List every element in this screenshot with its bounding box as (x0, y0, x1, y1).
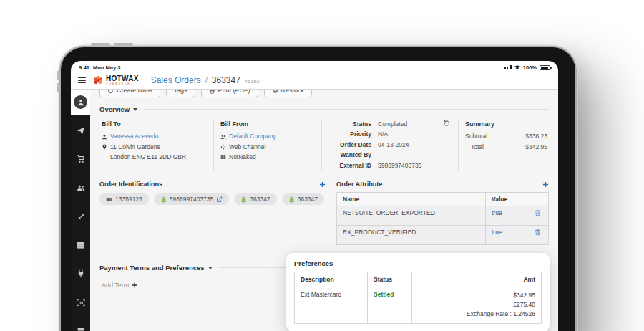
table-row: Ext Mastercard Settled $342.95 £275.40 E… (295, 287, 542, 324)
bill-from-company-link[interactable]: Default Company (229, 131, 276, 141)
priority-label: Priority (328, 129, 371, 139)
sidebar-item-orders[interactable] (77, 126, 85, 135)
sidebar-item-customers[interactable] (77, 183, 85, 192)
preferences-title: Preferences (294, 259, 542, 267)
print-pdf-button[interactable]: Print (PDF) (201, 90, 258, 97)
person-icon (102, 134, 107, 140)
breadcrumb-separator: / (205, 76, 208, 85)
table-row: NETSUITE_ORDER_EXPORTED true (337, 206, 549, 226)
barcode-scan-icon (77, 299, 85, 307)
vertical-divider (213, 119, 214, 171)
pref-amount-usd: $342.95 (418, 291, 535, 300)
cellular-signal-icon (504, 65, 511, 70)
menu-hamburger-icon[interactable] (78, 77, 86, 84)
vertical-divider (321, 119, 322, 171)
sidebar-item-table[interactable] (77, 241, 85, 249)
order-details-block: StatusCompleted PriorityN/A Order Date04… (328, 119, 452, 171)
identification-chips: 13359125 5986997403735 363347 (99, 193, 326, 205)
preferences-popup: Preferences Description Status Amt Ext M… (286, 253, 550, 331)
pref-col-status: Status (368, 272, 412, 287)
status-time: 9:41 (79, 64, 89, 71)
order-identifications-title: Order Identifications (99, 181, 162, 188)
tablet-screen: 9:41 Mon May 3 100% (71, 61, 558, 331)
breadcrumb-sales-orders[interactable]: Sales Orders (151, 75, 201, 85)
app-header: HOTWAX COMMERCE Sales Orders / 363347 46… (71, 72, 558, 90)
brand-name: HOTWAX (106, 75, 139, 82)
pref-header-row: Description Status Amt (295, 272, 542, 287)
sidebar-item-brush[interactable] (77, 212, 85, 221)
attr-name: RX_PRODUCT_VERIFIED (337, 226, 486, 245)
sidebar-item-archive[interactable] (77, 327, 85, 331)
brand-subtitle: COMMERCE (106, 83, 139, 86)
payment-title: Payment Terms and Preferences (99, 264, 205, 272)
pref-amount-gbp: £275.40 (418, 300, 535, 310)
chevron-down-icon (133, 108, 137, 111)
order-date-label: Order Date (328, 140, 371, 150)
attr-value: true (486, 206, 527, 226)
wifi-icon (514, 64, 521, 70)
attr-value: true (486, 226, 527, 245)
wanted-by-value: - (378, 150, 380, 160)
page-background: 9:41 Mon May 3 100% (0, 0, 644, 331)
user-avatar[interactable] (74, 95, 87, 109)
sidebar-item-integrations[interactable] (77, 269, 85, 278)
volume-up-button (91, 43, 110, 47)
summary-label: Summary (465, 119, 549, 130)
external-id-label: External ID (328, 160, 371, 171)
attr-header-row: Name Value (337, 193, 549, 206)
bill-from-block: Bill From Default Company Web Channel (220, 119, 315, 171)
identification-chip[interactable]: 5986997403735 (154, 193, 229, 205)
total-value: $342.95 (525, 142, 547, 152)
bill-to-customer-link[interactable]: Vanessa Acevedo (110, 131, 158, 141)
refresh-icon (107, 90, 114, 94)
bill-from-label: Bill From (220, 119, 315, 130)
sidebar-item-scan[interactable] (77, 298, 85, 307)
overview-section-header[interactable]: Overview (99, 105, 549, 113)
location-pin-icon (102, 144, 107, 150)
restock-button[interactable]: Restock (264, 90, 313, 97)
shopify-icon (160, 196, 167, 203)
box-icon (272, 90, 278, 94)
cart-icon (77, 155, 85, 163)
plug-icon (77, 269, 85, 278)
trash-icon[interactable] (535, 229, 541, 236)
status-label: Status (328, 119, 371, 129)
add-attribute-icon[interactable] (542, 181, 549, 188)
brush-icon (77, 212, 85, 221)
trash-icon[interactable] (535, 209, 541, 216)
status-value: Completed (378, 119, 407, 129)
overview-title: Overview (99, 105, 130, 113)
total-label: Total (465, 142, 484, 152)
sidebar-item-cart[interactable] (77, 155, 85, 163)
hotwax-logo[interactable]: HOTWAX COMMERCE (92, 75, 139, 86)
priority-value: N/A (378, 129, 388, 139)
shopify-icon (288, 196, 295, 203)
attr-col-actions (527, 193, 549, 206)
breadcrumb: Sales Orders / 363347 46192 (151, 75, 260, 85)
printer-icon (209, 90, 215, 94)
order-detail-page: Create RMA Tags Print (PDF) (90, 90, 558, 331)
identification-chip[interactable]: 363347 (282, 193, 324, 205)
table-row: RX_PRODUCT_VERIFIED true (337, 226, 549, 245)
plus-icon (132, 282, 137, 288)
tablet-device-frame: 9:41 Mon May 3 100% (61, 47, 575, 331)
order-identifications-section: Order Identifications 13359125 (99, 181, 326, 245)
pref-exchange-rate: Exchange Rate : 1.24528 (418, 310, 535, 319)
status-history-icon[interactable] (443, 120, 450, 127)
identification-chip[interactable]: 13359125 (99, 193, 149, 205)
tags-button[interactable]: Tags (166, 90, 195, 97)
external-link-icon[interactable] (216, 196, 223, 203)
status-date: Mon May 3 (93, 64, 120, 71)
grid-icon (220, 154, 226, 160)
identification-chip[interactable]: 363347 (234, 193, 276, 205)
chevron-down-icon (208, 267, 213, 269)
order-attribute-table: Name Value NETSUITE_ORDER_EXPORTED true (336, 192, 549, 245)
add-identification-icon[interactable] (319, 181, 326, 188)
subtotal-value: $336.23 (525, 131, 547, 141)
pref-description: Ext Mastercard (295, 287, 368, 324)
order-number: 363347 (212, 75, 240, 85)
archive-icon (77, 327, 85, 331)
create-rma-button[interactable]: Create RMA (99, 90, 160, 97)
order-attribute-section: Order Attribute Name Value NE (336, 181, 549, 245)
attr-name: NETSUITE_ORDER_EXPORTED (337, 206, 486, 226)
